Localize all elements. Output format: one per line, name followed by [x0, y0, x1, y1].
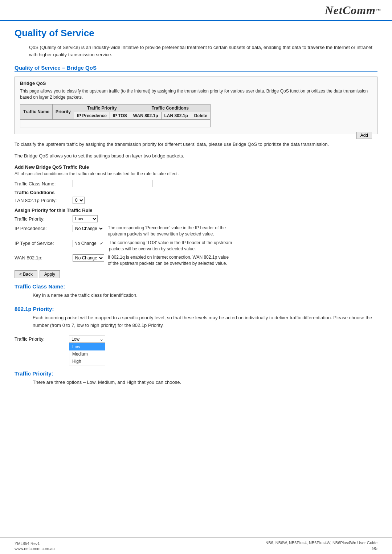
ip-precedence-label: IP Precedence:: [15, 225, 73, 231]
traffic-class-name-label: Traffic Class Name:: [15, 181, 73, 186]
form-note: All of specified conditions in the traff…: [15, 171, 377, 176]
footer-page-number: 95: [372, 546, 377, 551]
priority-option-medium[interactable]: Medium: [69, 350, 105, 358]
col-traffic-name: Traffic Name: [20, 104, 53, 119]
wan-8021p-row: WAN 802.1p: No Change If 802.1q is enabl…: [15, 254, 377, 267]
lan-8021p-select[interactable]: 0 1 2 3 4 5 6 7: [73, 197, 85, 204]
priority-option-low[interactable]: Low: [69, 343, 105, 350]
form-buttons: < Back Apply: [15, 270, 377, 278]
ip-precedence-select[interactable]: No Change: [73, 225, 104, 232]
wan-8021p-select[interactable]: No Change: [73, 254, 104, 262]
help-8021p-section: 802.1p Priority: Each incoming packet wi…: [15, 306, 377, 329]
help-8021p-text: Each incoming packet will be mapped to a…: [33, 314, 377, 329]
intro-text: QoS (Quality of Service) is an industry-…: [29, 44, 377, 58]
help-traffic-priority-text: There are three options – Low, Medium, a…: [33, 379, 377, 386]
ip-precedence-row: IP Precedence: No Change The correspondi…: [15, 225, 377, 237]
footer-guide-title: NB6, NB6W, NB6Plus4, NB6Plus4W, NB6Plus4…: [265, 541, 377, 545]
add-bridge-qos-form: Add New Bridge QoS Traffic Rule All of s…: [15, 164, 377, 278]
ip-tos-row: IP Type of Service: No Change ✓ The corr…: [15, 240, 377, 252]
traffic-priority-label: Traffic Priority:: [15, 216, 73, 222]
priority-demo: Traffic Priority: Low ⌵ Low Medium High: [15, 336, 377, 365]
traffic-conditions-label: Traffic Conditions: [15, 190, 377, 195]
ip-tos-desc: The corresponding 'TOS' value in the IP …: [109, 240, 232, 252]
assign-priority-title: Assign Priority for this Traffic Rule: [15, 208, 377, 213]
bridge-qos-box-title: Bridge QoS: [20, 81, 372, 86]
traffic-class-name-input[interactable]: [73, 180, 152, 187]
help-8021p-title: 802.1p Priority:: [15, 306, 377, 312]
page-title: Quality of Service: [15, 28, 377, 39]
priority-dropdown-list: Low Medium High: [69, 343, 105, 365]
col-delete: Delete: [191, 112, 210, 119]
wan-8021p-desc: If 802.1q is enabled on Internet connect…: [108, 254, 231, 267]
body-text-2: The Bridge QoS allows you to set the set…: [15, 152, 377, 160]
ip-tos-display: No Change ✓: [73, 240, 105, 247]
priority-demo-label: Traffic Priority:: [15, 336, 69, 342]
traffic-table: Traffic Name Priority Traffic Priority T…: [20, 104, 211, 127]
lan-8021p-row: LAN 802.1p Priority: 0 1 2 3 4 5 6 7: [15, 197, 377, 204]
traffic-priority-select[interactable]: Low Medium High: [73, 215, 98, 222]
help-traffic-priority-title: Traffic Priority:: [15, 370, 377, 377]
footer-model: YML854 Rev1: [15, 541, 55, 546]
bridge-qos-box: Bridge QoS This page allows you to class…: [15, 77, 377, 134]
help-traffic-class-text: Key in a name as the traffic class for i…: [33, 292, 377, 299]
add-button[interactable]: Add: [356, 132, 372, 139]
col-wan-8021p: WAN 802.1p: [130, 112, 161, 119]
bridge-qos-desc: This page allows you to classify the ups…: [20, 88, 372, 100]
help-traffic-class-title: Traffic Class Name:: [15, 283, 377, 290]
col-lan-8021p: LAN 802.1p: [161, 112, 191, 119]
back-button[interactable]: < Back: [15, 270, 37, 278]
col-ip-tos: IP TOS: [110, 112, 130, 119]
apply-button[interactable]: Apply: [40, 270, 60, 278]
chevron-down-icon: ⌵: [100, 337, 103, 342]
body-text-1: To classify the upstream traffic by assi…: [15, 141, 377, 148]
help-traffic-priority-section: Traffic Priority: There are three option…: [15, 370, 377, 386]
ip-tos-label: IP Type of Service:: [15, 240, 73, 246]
footer-left: YML854 Rev1 www.netcomm.com.au: [15, 541, 55, 551]
ip-precedence-desc: The corresponding 'Precedence' value in …: [108, 225, 231, 237]
col-priority: Priority: [53, 104, 74, 119]
section-bridge-qos-title: Quality of Service – Bridge QoS: [15, 65, 377, 72]
footer: YML854 Rev1 www.netcomm.com.au NB6, NB6W…: [0, 537, 392, 554]
col-ip-precedence: IP Precedence: [74, 112, 110, 119]
priority-dropdown-header[interactable]: Low ⌵: [69, 336, 105, 343]
traffic-class-name-row: Traffic Class Name:: [15, 180, 377, 187]
traffic-priority-row: Traffic Priority: Low Medium High: [15, 215, 377, 222]
priority-option-high[interactable]: High: [69, 358, 105, 365]
priority-demo-dropdown[interactable]: Low ⌵ Low Medium High: [69, 336, 105, 365]
table-empty-row: [20, 119, 211, 127]
header-traffic-priority: Traffic Priority: [74, 104, 130, 112]
header: NetComm™: [0, 0, 392, 21]
main-content: Quality of Service QoS (Quality of Servi…: [0, 21, 392, 407]
lan-8021p-label: LAN 802.1p Priority:: [15, 198, 73, 203]
logo: NetComm™: [325, 4, 381, 20]
footer-right: NB6, NB6W, NB6Plus4, NB6Plus4W, NB6Plus4…: [265, 541, 377, 551]
footer-url: www.netcomm.com.au: [15, 546, 55, 551]
wan-8021p-label: WAN 802.1p:: [15, 254, 73, 260]
header-traffic-conditions: Traffic Conditions: [130, 104, 210, 112]
help-traffic-class-section: Traffic Class Name: Key in a name as the…: [15, 283, 377, 299]
form-section-title: Add New Bridge QoS Traffic Rule: [15, 164, 377, 170]
